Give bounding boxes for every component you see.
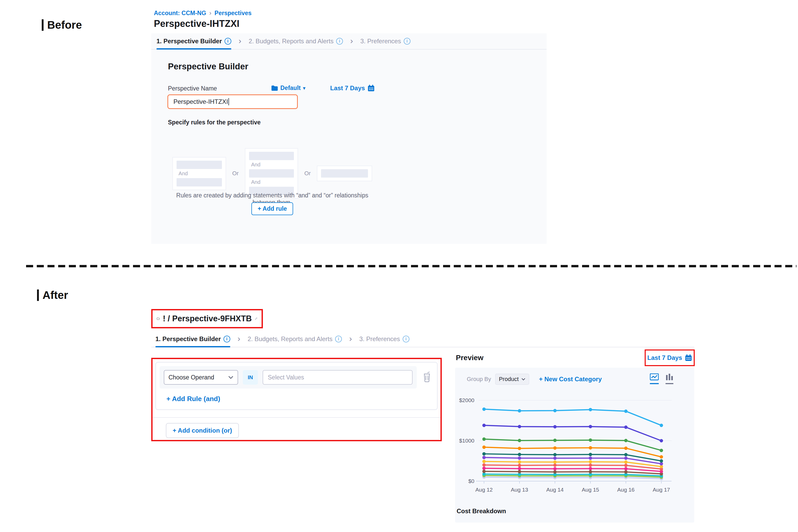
rules-skeleton: And Or And And Or <box>168 148 377 199</box>
select-values-input[interactable] <box>263 370 413 385</box>
chevron-right-icon: › <box>349 334 352 344</box>
svg-text:Aug 17: Aug 17 <box>653 487 670 493</box>
tab-label: 2. Budgets, Reports and Alerts <box>249 38 334 45</box>
rule-builder-annotation-box: Choose Operand IN + Add Rule (and) + Add… <box>151 358 442 441</box>
chevron-right-icon: › <box>239 37 242 46</box>
new-cost-category-link[interactable]: + New Cost Category <box>539 376 602 383</box>
perspective-builder-panel: 1. Perspective Builder i › 2. Budgets, R… <box>151 33 547 244</box>
rule-divider <box>153 417 440 418</box>
skeleton-or-label: Or <box>232 170 239 177</box>
edit-pencil-icon[interactable] <box>255 315 258 322</box>
rule-group-card: Choose Operand IN + Add Rule (and) <box>155 362 438 410</box>
skeleton-or-label: Or <box>304 170 310 177</box>
group-by-label: Group By <box>467 376 491 383</box>
builder-heading: Perspective Builder <box>168 61 248 72</box>
tab-bar: 1. Perspective Builder i › 2. Budgets, R… <box>151 33 547 50</box>
page-title: ! / Perspective-9FHXTB <box>163 314 252 323</box>
skeleton-and-label: And <box>249 177 294 187</box>
operand-select[interactable]: Choose Operand <box>164 370 238 385</box>
chevron-down-icon <box>228 376 233 379</box>
before-label-text: Before <box>47 19 82 31</box>
svg-text:$1000: $1000 <box>459 438 474 443</box>
tab-preferences[interactable]: 3. Preferences i <box>360 33 411 49</box>
info-icon[interactable]: i <box>403 336 410 342</box>
add-rule-and-link[interactable]: + Add Rule (and) <box>166 395 220 403</box>
skeleton-and-label: And <box>249 160 294 169</box>
skeleton-and-label: And <box>176 169 222 178</box>
info-icon[interactable]: i <box>225 38 231 44</box>
calendar-icon <box>685 354 692 361</box>
tab-label: 1. Perspective Builder <box>155 335 221 343</box>
line-chart-icon[interactable] <box>650 374 659 384</box>
delete-rule-button[interactable] <box>422 372 431 383</box>
after-label-text: After <box>42 289 68 302</box>
add-condition-or-button[interactable]: + Add condition (or) <box>166 423 239 438</box>
breadcrumb-perspectives[interactable]: Perspectives <box>215 10 252 17</box>
tab-label: 3. Preferences <box>359 335 400 343</box>
group-by-select[interactable]: Product <box>495 374 529 385</box>
perspective-name-value: Perspective-IHTZXI <box>173 98 228 106</box>
chart-type-toggles <box>650 374 673 384</box>
calendar-icon <box>367 84 375 92</box>
label-bar <box>37 289 39 301</box>
skeleton-rule-group: And And <box>245 148 298 199</box>
date-range-picker[interactable]: Last 7 Days <box>330 84 375 92</box>
operand-select-value: Choose Operand <box>169 374 214 381</box>
operator-in-badge[interactable]: IN <box>243 370 258 385</box>
caret-down-icon: ▾ <box>303 85 305 91</box>
svg-text:Aug 12: Aug 12 <box>475 487 493 493</box>
svg-text:Aug 13: Aug 13 <box>511 487 528 493</box>
folder-icon <box>157 316 159 322</box>
text-cursor <box>228 98 229 106</box>
add-rule-button[interactable]: + Add rule <box>251 202 293 215</box>
info-icon[interactable]: i <box>336 38 343 44</box>
date-range-label: Last 7 Days <box>330 84 365 92</box>
skeleton-bar <box>176 160 222 169</box>
tab-label: 2. Budgets, Reports and Alerts <box>247 335 332 343</box>
tab-budgets-reports-alerts[interactable]: 2. Budgets, Reports and Alerts i <box>247 331 342 347</box>
info-icon[interactable]: i <box>404 38 411 44</box>
skeleton-bar <box>176 178 222 187</box>
cost-breakdown-heading: Cost Breakdown <box>457 508 506 515</box>
tab-preferences[interactable]: 3. Preferences i <box>359 331 410 347</box>
chevron-down-icon <box>521 378 526 380</box>
svg-text:Aug 15: Aug 15 <box>582 487 599 493</box>
preview-panel: Group By Product + New Cost Category $0$… <box>455 368 694 522</box>
skeleton-bar <box>249 152 294 160</box>
name-row: Perspective Name Default ▾ Last 7 Days <box>168 84 403 94</box>
date-range-picker[interactable]: Last 7 Days <box>645 349 695 366</box>
breadcrumb: Account: CCM-NG › Perspectives <box>154 10 252 17</box>
trash-icon <box>422 372 431 382</box>
folder-select[interactable]: Default ▾ <box>271 84 305 92</box>
tab-label: 3. Preferences <box>360 38 401 45</box>
after-label: After <box>37 289 68 302</box>
cost-line-chart: $0$1000$2000Aug 12Aug 13Aug 14Aug 15Aug … <box>455 394 694 501</box>
group-by-row: Group By Product + New Cost Category <box>467 374 684 385</box>
tab-perspective-builder[interactable]: 1. Perspective Builder i <box>156 33 231 49</box>
tab-perspective-builder[interactable]: 1. Perspective Builder i <box>155 331 230 347</box>
info-icon[interactable]: i <box>335 336 342 342</box>
svg-text:$0: $0 <box>468 478 474 484</box>
perspective-name-label: Perspective Name <box>168 85 217 92</box>
label-bar <box>42 19 43 31</box>
section-divider <box>26 265 796 267</box>
skeleton-rule-group <box>317 166 372 181</box>
folder-select-value: Default <box>280 84 301 92</box>
tab-budgets-reports-alerts[interactable]: 2. Budgets, Reports and Alerts i <box>249 33 343 49</box>
rule-row: Choose Operand IN <box>159 366 417 388</box>
before-label: Before <box>42 19 82 31</box>
svg-text:Aug 16: Aug 16 <box>617 487 635 493</box>
skeleton-bar <box>321 169 368 177</box>
info-icon[interactable]: i <box>224 336 230 342</box>
page-title: Perspective-IHTZXI <box>154 18 240 29</box>
chevron-right-icon: › <box>238 334 241 344</box>
svg-text:Aug 14: Aug 14 <box>546 487 564 493</box>
perspective-name-input[interactable]: Perspective-IHTZXI <box>167 94 298 109</box>
breadcrumb-separator-icon: › <box>209 10 211 17</box>
title-annotation-box: ! / Perspective-9FHXTB <box>151 309 263 328</box>
breadcrumb-account[interactable]: Account: CCM-NG <box>154 10 206 17</box>
tab-bar: 1. Perspective Builder i › 2. Budgets, R… <box>151 331 694 347</box>
skeleton-bar <box>249 169 294 177</box>
bar-chart-icon[interactable] <box>666 374 673 384</box>
chevron-right-icon: › <box>350 37 353 46</box>
